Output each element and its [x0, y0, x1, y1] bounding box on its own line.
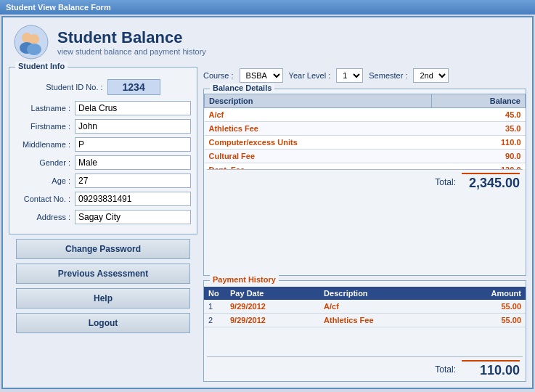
payment-header-row: No Pay Date Description Amount: [204, 287, 526, 300]
contactno-input[interactable]: [75, 192, 191, 206]
lastname-input[interactable]: [75, 101, 191, 115]
middlename-input[interactable]: [75, 137, 191, 152]
student-info-box: Student Info Student ID No. : 1234 Lastn…: [9, 67, 197, 234]
title-bar-label: Student View Balance Form: [6, 3, 111, 12]
balance-scroll-area[interactable]: Description Balance A/cf 45.0 Athletics …: [204, 89, 526, 169]
balance-header-row: Description Balance: [205, 94, 526, 108]
payment-cell-no: 1: [204, 300, 226, 314]
balance-details-box: Balance Details Description Balance A/cf…: [203, 89, 526, 276]
balance-cell-desc: Dept. Fee: [205, 163, 432, 170]
payment-cell-amount: 55.00: [444, 300, 526, 314]
balance-cell-amount: 110.0: [432, 136, 526, 150]
header-text: Student Balance view student balance and…: [57, 28, 206, 56]
middlename-label: Middlename :: [15, 140, 70, 149]
buttons-section: Change Password Previous Assessment Help…: [9, 239, 197, 333]
payment-table-row: 1 9/29/2012 A/cf 55.00: [204, 300, 526, 314]
left-panel: Student Info Student ID No. : 1234 Lastn…: [9, 67, 197, 382]
balance-table-row: Dept. Fee 130.0: [205, 163, 526, 170]
payment-table: No Pay Date Description Amount 1 9/29/20…: [204, 287, 526, 327]
address-label: Address :: [15, 213, 70, 221]
balance-details-label: Balance Details: [210, 83, 274, 92]
svg-point-4: [27, 44, 41, 55]
header: Student Balance view student balance and…: [3, 17, 532, 67]
main-window: Student Balance view student balance and…: [1, 16, 534, 389]
firstname-row: Firstname :: [15, 119, 191, 134]
balance-table: Description Balance A/cf 45.0 Athletics …: [204, 94, 526, 169]
payment-cell-date: 9/29/2012: [226, 300, 319, 314]
payment-cell-date: 9/29/2012: [226, 314, 319, 327]
payment-cell-amount: 55.00: [444, 314, 526, 327]
payment-history-label: Payment History: [210, 275, 279, 284]
gender-label: Gender :: [15, 158, 70, 167]
payment-total-value: 110.00: [462, 360, 520, 378]
balance-table-row: A/cf 45.0: [205, 108, 526, 122]
balance-total-row: Total: 2,345.00: [204, 170, 526, 194]
svg-point-3: [29, 34, 39, 44]
balance-total-value: 2,345.00: [462, 173, 520, 191]
balance-cell-amount: 45.0: [432, 108, 526, 122]
balance-cell-desc: Athletics Fee: [205, 122, 432, 136]
balance-table-row: Computer/excess Units 110.0: [205, 136, 526, 150]
payment-total-row: Total: 110.00: [204, 357, 526, 381]
contactno-label: Contact No. :: [15, 195, 70, 203]
year-level-label: Year Level :: [289, 71, 331, 80]
help-button[interactable]: Help: [16, 288, 190, 309]
payment-col-desc: Description: [319, 287, 443, 300]
change-password-button[interactable]: Change Password: [16, 239, 190, 259]
payment-cell-no: 2: [204, 314, 226, 327]
page-title: Student Balance: [57, 28, 206, 47]
firstname-input[interactable]: [75, 119, 191, 134]
lastname-row: Lastname :: [15, 101, 191, 115]
firstname-label: Firstname :: [15, 122, 70, 131]
course-label: Course :: [203, 71, 234, 80]
payment-col-no: No: [204, 287, 226, 300]
student-id-row: Student ID No. : 1234: [15, 79, 191, 95]
page-subtitle: view student balance and payment history: [57, 47, 206, 56]
balance-col-balance: Balance: [432, 94, 526, 108]
payment-cell-desc: A/cf: [319, 300, 443, 314]
balance-col-description: Description: [205, 94, 432, 108]
student-id-label: Student ID No. :: [46, 83, 102, 91]
balance-cell-desc: Cultural Fee: [205, 150, 432, 163]
logout-button[interactable]: Logout: [16, 313, 190, 333]
address-input[interactable]: [75, 210, 191, 224]
course-row: Course : BSBA Year Level : 1 Semester : …: [203, 67, 526, 84]
contactno-row: Contact No. :: [15, 192, 191, 206]
balance-cell-desc: A/cf: [205, 108, 432, 122]
avatar-icon: [14, 25, 49, 60]
payment-cell-desc: Athletics Fee: [319, 314, 443, 327]
middlename-row: Middlename :: [15, 137, 191, 152]
payment-col-amount: Amount: [444, 287, 526, 300]
right-panel: Course : BSBA Year Level : 1 Semester : …: [203, 67, 526, 382]
student-id-value: 1234: [107, 79, 160, 95]
balance-cell-amount: 130.0: [432, 163, 526, 170]
gender-input[interactable]: [75, 155, 191, 170]
balance-total-label: Total:: [435, 177, 456, 187]
age-input[interactable]: [75, 173, 191, 188]
age-row: Age :: [15, 173, 191, 188]
payment-table-row: 2 9/29/2012 Athletics Fee 55.00: [204, 314, 526, 327]
payment-history-box: Payment History No Pay Date Description …: [203, 280, 526, 382]
course-select[interactable]: BSBA: [240, 68, 283, 83]
payment-col-date: Pay Date: [226, 287, 319, 300]
year-level-select[interactable]: 1: [336, 68, 363, 83]
student-info-label: Student Info: [15, 62, 68, 70]
balance-cell-amount: 35.0: [432, 122, 526, 136]
balance-table-row: Cultural Fee 90.0: [205, 150, 526, 163]
age-label: Age :: [15, 176, 70, 185]
balance-table-row: Athletics Fee 35.0: [205, 122, 526, 136]
balance-cell-desc: Computer/excess Units: [205, 136, 432, 150]
title-bar: Student View Balance Form: [0, 0, 535, 15]
lastname-label: Lastname :: [15, 104, 70, 113]
gender-row: Gender :: [15, 155, 191, 170]
semester-label: Semester :: [369, 71, 407, 80]
balance-cell-amount: 90.0: [432, 150, 526, 163]
previous-assessment-button[interactable]: Previous Assessment: [16, 264, 190, 284]
address-row: Address :: [15, 210, 191, 224]
payment-total-label: Total:: [435, 364, 456, 375]
semester-select[interactable]: 2nd: [413, 68, 449, 83]
content-area: Student Info Student ID No. : 1234 Lastn…: [3, 67, 532, 388]
